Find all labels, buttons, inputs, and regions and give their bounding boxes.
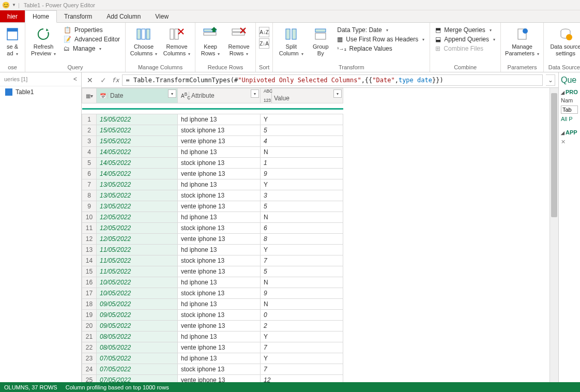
tab-fichier[interactable]: hier	[0, 10, 25, 22]
scrollbar-thumb[interactable]	[551, 93, 557, 217]
cell-date[interactable]: 07/05/2022	[97, 375, 178, 382]
column-header-date[interactable]: 📅Date ▾	[97, 88, 178, 103]
table-row[interactable]: 1012/05/2022hd iphone 13N	[82, 212, 343, 223]
cell-attribute[interactable]: vente iphone 13	[178, 375, 261, 382]
table-row[interactable]: 315/05/2022vente iphone 134	[82, 136, 343, 147]
formula-input[interactable]: = Table.TransformColumnTypes(#"Unpivoted…	[122, 74, 543, 86]
cell-attribute[interactable]: stock iphone 13	[178, 288, 261, 299]
group-by-button[interactable]: GroupBy	[309, 24, 332, 57]
row-number[interactable]: 25	[82, 375, 97, 382]
cell-date[interactable]: 14/05/2022	[97, 158, 178, 169]
cell-value[interactable]: 7	[261, 342, 343, 353]
row-number[interactable]: 21	[82, 331, 97, 342]
table-row[interactable]: 913/05/2022vente iphone 135	[82, 201, 343, 212]
cell-attribute[interactable]: hd iphone 13	[178, 331, 261, 342]
table-row[interactable]: 115/05/2022hd iphone 13Y	[82, 114, 343, 125]
cell-attribute[interactable]: stock iphone 13	[178, 310, 261, 321]
cell-value[interactable]: 6	[261, 223, 343, 234]
row-number[interactable]: 24	[82, 364, 97, 375]
cell-date[interactable]: 15/05/2022	[97, 114, 178, 125]
column-header-attribute[interactable]: ABCAttribute ▾	[178, 88, 261, 103]
cell-value[interactable]: Y	[261, 114, 343, 125]
cell-date[interactable]: 13/05/2022	[97, 179, 178, 190]
cell-value[interactable]: Y	[261, 179, 343, 190]
collapse-icon[interactable]: ◢	[561, 90, 564, 95]
cell-date[interactable]: 11/05/2022	[97, 255, 178, 266]
remove-columns-button[interactable]: RemoveColumns ▾	[162, 24, 192, 57]
cell-attribute[interactable]: vente iphone 13	[178, 234, 261, 245]
row-number[interactable]: 19	[82, 310, 97, 321]
row-number[interactable]: 4	[82, 147, 97, 158]
refresh-preview-button[interactable]: RefreshPreview ▾	[28, 24, 58, 57]
tab-transform[interactable]: Transform	[57, 10, 99, 22]
table-row[interactable]: 813/05/2022stock iphone 133	[82, 190, 343, 201]
cell-value[interactable]: Y	[261, 331, 343, 342]
table-row[interactable]: 614/05/2022vente iphone 139	[82, 169, 343, 179]
row-number[interactable]: 22	[82, 342, 97, 353]
cell-value[interactable]: 1	[261, 158, 343, 169]
replace-values-button[interactable]: ¹→₂ Replace Values	[335, 44, 426, 53]
data-type-button[interactable]: Data Type: Date ▾	[335, 26, 426, 34]
row-number[interactable]: 10	[82, 212, 97, 223]
table-row[interactable]: 1212/05/2022vente iphone 138	[82, 234, 343, 245]
cell-date[interactable]: 11/05/2022	[97, 266, 178, 277]
row-number[interactable]: 5	[82, 158, 97, 169]
manage-button[interactable]: 🗂Manage ▾	[62, 44, 122, 53]
cell-date[interactable]: 07/05/2022	[97, 364, 178, 375]
qat-dropdown-icon[interactable]: ▼	[12, 3, 16, 7]
row-number[interactable]: 9	[82, 201, 97, 212]
cell-date[interactable]: 13/05/2022	[97, 190, 178, 201]
cell-date[interactable]: 15/05/2022	[97, 125, 178, 136]
cell-attribute[interactable]: stock iphone 13	[178, 223, 261, 234]
cell-attribute[interactable]: stock iphone 13	[178, 158, 261, 169]
cell-attribute[interactable]: hd iphone 13	[178, 245, 261, 255]
row-number[interactable]: 15	[82, 266, 97, 277]
tab-add-column[interactable]: Add Column	[99, 10, 148, 22]
row-number[interactable]: 7	[82, 179, 97, 190]
row-number[interactable]: 1	[82, 114, 97, 125]
row-number[interactable]: 8	[82, 190, 97, 201]
cell-value[interactable]: N	[261, 212, 343, 223]
properties-button[interactable]: 📋Properties	[62, 26, 122, 34]
collapse-queries-icon[interactable]: <	[73, 76, 77, 83]
cell-value[interactable]: 3	[261, 190, 343, 201]
cell-attribute[interactable]: vente iphone 13	[178, 201, 261, 212]
cell-date[interactable]: 12/05/2022	[97, 223, 178, 234]
row-number[interactable]: 6	[82, 169, 97, 179]
table-row[interactable]: 2208/05/2022vente iphone 137	[82, 342, 343, 353]
cell-attribute[interactable]: stock iphone 13	[178, 255, 261, 266]
advanced-editor-button[interactable]: 📝Advanced Editor	[62, 35, 122, 43]
cell-value[interactable]: 8	[261, 234, 343, 245]
row-number[interactable]: 18	[82, 299, 97, 310]
cell-date[interactable]: 14/05/2022	[97, 169, 178, 179]
table-row[interactable]: 713/05/2022hd iphone 13Y	[82, 179, 343, 190]
table-row[interactable]: 2407/05/2022stock iphone 137	[82, 364, 343, 375]
table-row[interactable]: 1809/05/2022hd iphone 13N	[82, 299, 343, 310]
cell-attribute[interactable]: hd iphone 13	[178, 299, 261, 310]
query-item-table1[interactable]: Table1	[0, 86, 81, 98]
cell-attribute[interactable]: vente iphone 13	[178, 321, 261, 331]
cell-attribute[interactable]: hd iphone 13	[178, 353, 261, 364]
cell-value[interactable]: 5	[261, 125, 343, 136]
first-row-headers-button[interactable]: ▦ Use First Row as Headers ▾	[335, 35, 426, 43]
cell-value[interactable]: 5	[261, 266, 343, 277]
cell-date[interactable]: 15/05/2022	[97, 136, 178, 147]
cell-date[interactable]: 07/05/2022	[97, 353, 178, 364]
cell-date[interactable]: 09/05/2022	[97, 299, 178, 310]
row-number[interactable]: 11	[82, 223, 97, 234]
merge-queries-button[interactable]: ⬒ Merge Queries ▾	[433, 26, 497, 34]
cell-value[interactable]: 4	[261, 136, 343, 147]
cancel-formula-button[interactable]: ✕	[85, 75, 95, 85]
applied-step[interactable]: ✕	[561, 139, 578, 145]
cell-value[interactable]: 12	[261, 375, 343, 382]
collapse-icon[interactable]: ◢	[561, 130, 564, 135]
table-row[interactable]: 1710/05/2022stock iphone 139	[82, 288, 343, 299]
fx-icon[interactable]: fx	[112, 77, 119, 84]
any-type-icon[interactable]: ABC123	[264, 88, 272, 103]
cell-date[interactable]: 08/05/2022	[97, 331, 178, 342]
cell-date[interactable]: 09/05/2022	[97, 310, 178, 321]
filter-dropdown-icon[interactable]: ▾	[168, 89, 176, 98]
accept-formula-button[interactable]: ✓	[98, 75, 109, 85]
cell-value[interactable]: N	[261, 147, 343, 158]
table-row[interactable]: 1511/05/2022vente iphone 135	[82, 266, 343, 277]
